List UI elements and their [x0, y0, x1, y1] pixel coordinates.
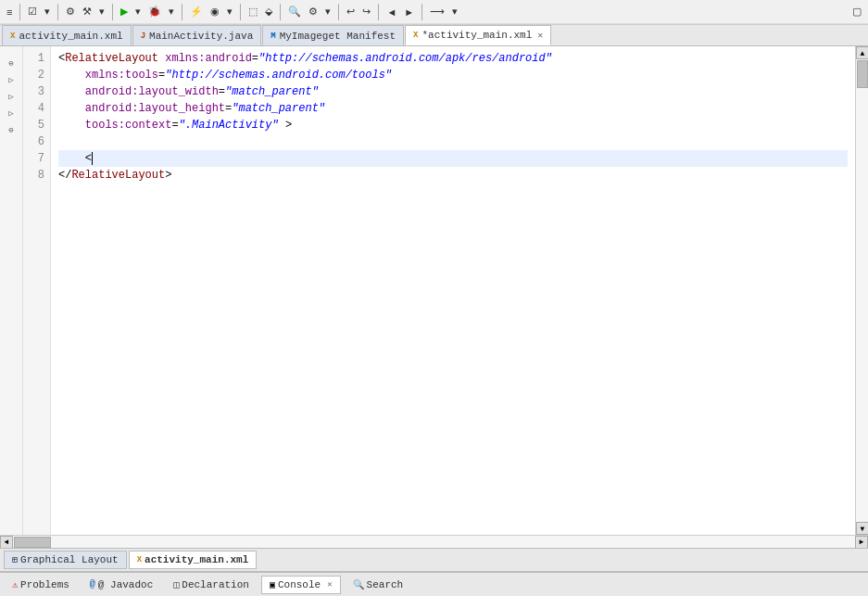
problems-label: Problems: [20, 579, 69, 590]
separator-6: [280, 4, 281, 20]
main-area: ⊖ ▷ ▷ ▷ ⊖ 1 2 3 4 5 6 7 8 <RelativeLayou…: [0, 46, 868, 535]
tab-manifest[interactable]: M MyImageget Manifest: [262, 25, 404, 45]
bracket7: <: [85, 152, 92, 165]
gutter-icon-3: ▷: [4, 89, 19, 104]
separator-4: [182, 4, 182, 20]
line-numbers: 1 2 3 4 5 6 7 8: [23, 46, 51, 535]
code-line-1: <RelativeLayout xmlns:android="http://sc…: [58, 50, 848, 67]
separator-2: [57, 4, 58, 20]
maximize-btn[interactable]: ▢: [849, 5, 864, 19]
code-line-5: tools:context=".MainActivity" >: [58, 117, 848, 133]
forward-btn[interactable]: ⟶: [427, 5, 447, 19]
tab-declaration[interactable]: ◫ Declaration: [165, 576, 258, 594]
tools-btn2[interactable]: ⚒: [80, 5, 94, 19]
tab-activity-main-xml[interactable]: X activity_main.xml: [2, 25, 132, 45]
declaration-icon: ◫: [173, 579, 179, 590]
bracket8: </: [58, 169, 71, 182]
line-num-1: 1: [27, 50, 44, 67]
right-scrollbar: ▲ ▼: [855, 46, 868, 535]
code-line-6: [58, 133, 848, 150]
tab-problems[interactable]: ⚠ Problems: [4, 576, 78, 594]
run-btn[interactable]: ▶: [118, 5, 131, 19]
text-cursor: [92, 152, 93, 165]
tab-search[interactable]: 🔍 Search: [345, 576, 412, 594]
xml-icon2: X: [137, 555, 142, 564]
snippet-btn[interactable]: ⬚: [245, 5, 260, 19]
undo-btn[interactable]: ↩: [344, 5, 358, 19]
javadoc-label: @ Javadoc: [98, 579, 153, 590]
value3: "match_parent": [225, 85, 319, 98]
tab-console[interactable]: ▣ Console ✕: [261, 576, 341, 594]
bottom-panel-tabs: ⚠ Problems @ @ Javadoc ◫ Declaration ▣ C…: [0, 572, 868, 596]
toolbar-row-1: ≡ ☑ ▾ ⚙ ⚒ ▾ ▶ ▾ 🐞 ▾ ⚡ ◉ ▾ ⬚ ⬙ 🔍 ⚙ ▾ ↩ ↪: [0, 0, 868, 24]
checkbox-toolbar-btn[interactable]: ☑: [25, 5, 40, 19]
value5: ".MainActivity": [179, 119, 279, 132]
prev-btn[interactable]: ◄: [384, 6, 399, 19]
close-icon[interactable]: ✕: [537, 30, 543, 41]
line-num-5: 5: [27, 117, 44, 133]
line-num-6: 6: [27, 133, 44, 150]
graphical-layout-label: Graphical Layout: [20, 554, 119, 565]
scroll-thumb[interactable]: [857, 60, 868, 88]
line-num-2: 2: [27, 67, 44, 83]
separator-8: [378, 4, 379, 20]
settings-btn[interactable]: ⚙: [306, 5, 321, 19]
separator-5: [240, 4, 241, 20]
checkbox-dropdown-btn[interactable]: ▾: [42, 5, 53, 19]
attr: xmlns:android: [165, 52, 252, 65]
xml-icon-active: X: [413, 31, 418, 40]
separator-3: [112, 4, 113, 20]
menu-button[interactable]: ≡: [4, 6, 15, 19]
line-num-4: 4: [27, 100, 44, 117]
build-btn[interactable]: ⚡: [187, 5, 206, 19]
tab-label: MainActivity.java: [149, 31, 253, 42]
value4: "match_parent": [232, 102, 325, 115]
search-toolbar-btn[interactable]: 🔍: [285, 5, 304, 19]
tab-activity-main-xml-active[interactable]: X *activity_main.xml ✕: [405, 25, 551, 45]
code-line-2: xmlns:tools="http://schemas.android.com/…: [58, 67, 848, 83]
tools-dropdown-btn[interactable]: ▾: [96, 5, 107, 19]
forward-dropdown-btn[interactable]: ▾: [449, 5, 460, 19]
tab-mainactivity-java[interactable]: J MainActivity.java: [132, 25, 262, 45]
run-dropdown-btn[interactable]: ▾: [132, 5, 144, 19]
h-scroll-right-btn[interactable]: ►: [855, 536, 868, 549]
scroll-down-btn[interactable]: ▼: [856, 522, 868, 535]
console-close-icon[interactable]: ✕: [327, 579, 332, 590]
xml-icon: X: [10, 32, 15, 41]
next-btn[interactable]: ►: [401, 6, 417, 19]
h-scroll-left-btn[interactable]: ◄: [0, 536, 13, 549]
scroll-track[interactable]: [856, 59, 868, 522]
attr3: android:layout_width: [85, 85, 219, 98]
toolbar-area: ≡ ☑ ▾ ⚙ ⚒ ▾ ▶ ▾ 🐞 ▾ ⚡ ◉ ▾ ⬚ ⬙ 🔍 ⚙ ▾ ↩ ↪: [0, 0, 868, 25]
tag: RelativeLayout: [65, 52, 158, 65]
separator-7: [338, 4, 339, 20]
snippet2-btn[interactable]: ⬙: [262, 5, 275, 19]
declaration-label: Declaration: [182, 579, 249, 590]
bottom-tab-bar: ⊞ Graphical Layout X activity_main.xml: [0, 548, 868, 572]
tab-activity-main-xml-bottom[interactable]: X activity_main.xml: [129, 551, 258, 569]
java-icon: J: [141, 32, 145, 41]
scroll-up-btn[interactable]: ▲: [856, 46, 868, 59]
settings-dropdown-btn[interactable]: ▾: [322, 5, 333, 19]
tag8: RelativeLayout: [71, 169, 165, 182]
search-label: Search: [367, 579, 404, 590]
debug-dropdown-btn[interactable]: ▾: [166, 5, 177, 19]
tab-label: MyImageget Manifest: [280, 31, 396, 42]
value: "http://schemas.android.com/apk/res/andr…: [258, 52, 552, 65]
gutter-icon-2: ▷: [4, 72, 19, 87]
code-editor[interactable]: <RelativeLayout xmlns:android="http://sc…: [51, 46, 855, 535]
redo-btn[interactable]: ↪: [359, 5, 373, 19]
tab-javadoc[interactable]: @ @ Javadoc: [82, 576, 161, 594]
tab-bar: X activity_main.xml J MainActivity.java …: [0, 25, 868, 46]
tools-btn[interactable]: ⚙: [63, 5, 78, 19]
h-scroll-track[interactable]: [13, 536, 855, 549]
attr5: tools:context: [85, 119, 172, 132]
h-scroll-thumb[interactable]: [14, 537, 51, 548]
line-num-8: 8: [27, 167, 44, 184]
debug-btn[interactable]: 🐞: [145, 5, 164, 19]
build-btn2[interactable]: ◉: [208, 5, 222, 19]
build-dropdown-btn[interactable]: ▾: [224, 5, 235, 19]
editor-container: 1 2 3 4 5 6 7 8 <RelativeLayout xmlns:an…: [23, 46, 855, 535]
console-label: Console: [278, 579, 321, 590]
tab-graphical-layout[interactable]: ⊞ Graphical Layout: [4, 551, 127, 569]
